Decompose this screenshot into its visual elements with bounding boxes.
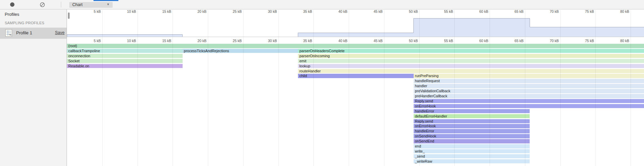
flame-bar-label: preHandlerCallback: [414, 94, 644, 98]
gridline: [384, 10, 384, 166]
flame-bar-socket[interactable]: Socket: [67, 59, 183, 63]
gridline: [419, 10, 420, 166]
gridline: [560, 10, 561, 166]
flame-bar-label: preValidationCallback: [414, 89, 644, 93]
ruler-tick-label: 15 kB: [152, 9, 171, 13]
gridline: [102, 10, 103, 166]
flame-bar--send[interactable]: _send: [414, 154, 530, 159]
flame-bar-emit[interactable]: emit: [298, 59, 644, 63]
flame-bar-prehandlercallback[interactable]: preHandlerCallback: [414, 94, 644, 98]
flame-bar-processticksandrejections[interactable]: processTicksAndRejections: [183, 49, 298, 53]
flame-bar-end[interactable]: end: [414, 144, 530, 148]
ruler-tick-label: 60 kB: [469, 39, 488, 43]
ruler-tick-label: 25 kB: [222, 9, 242, 13]
clear-all-profiles-button[interactable]: [39, 1, 46, 8]
flame-bar-reply-send[interactable]: Reply.send: [414, 99, 644, 103]
chevron-down-icon: ▼: [107, 3, 110, 6]
profile-icon-percent: %: [9, 33, 11, 36]
flame-bar-label: handleRequest: [414, 79, 644, 83]
gridline: [349, 10, 349, 166]
ruler-tick-label: 40 kB: [328, 9, 347, 13]
record-button[interactable]: [10, 2, 14, 7]
flame-bar-write-[interactable]: write_: [414, 149, 530, 154]
flame-bar-defaulterrorhandler[interactable]: defaultErrorHandler: [414, 114, 530, 119]
save-profile-link[interactable]: Save: [55, 30, 65, 35]
flame-bar-label: Reply.send: [414, 99, 644, 103]
ruler-tick-label: 30 kB: [258, 9, 277, 13]
gridline: [454, 10, 455, 166]
flame-bar-label: child: [298, 74, 414, 78]
ruler-tick-label: 50 kB: [399, 39, 418, 43]
gridline: [138, 10, 138, 166]
flame-bar-label: parserOnIncoming: [298, 54, 644, 58]
toolbar-separator: [61, 2, 61, 7]
sampling-profiles-section-label: SAMPLING PROFILES: [5, 21, 44, 25]
overview-area-path[interactable]: [67, 19, 644, 37]
flame-bar-callbacktrampoline[interactable]: callbackTrampoline: [67, 49, 183, 53]
flame-bar--writeraw[interactable]: _writeRaw: [414, 159, 530, 164]
profile-item-profile-1[interactable]: % Profile 1 Save: [0, 28, 67, 39]
flame-bar-routehandler[interactable]: routeHandler: [298, 69, 644, 73]
vertical-scrollbar-thumb[interactable]: [68, 12, 70, 19]
flame-bar-label: onErrorHook: [414, 124, 530, 128]
flame-bar-label: Reply.send: [414, 119, 530, 124]
flame-bar-label: lookup: [298, 64, 644, 68]
ruler-tick-label: 10 kB: [117, 9, 136, 13]
profiler-toolbar: Chart ▼: [0, 0, 644, 9]
ruler-tick-label: 55 kB: [433, 39, 453, 43]
flame-bar-handleerror[interactable]: handleError: [414, 129, 530, 133]
ruler-tick-label: 30 kB: [258, 39, 277, 43]
flame-bar-handler[interactable]: handler: [414, 84, 644, 88]
profiles-sidebar: Profiles SAMPLING PROFILES % Profile 1 S…: [0, 9, 67, 166]
ruler-tick-label: 40 kB: [328, 39, 347, 43]
flame-bar-label: callbackTrampoline: [67, 49, 183, 53]
flame-bar-onconnection[interactable]: onconnection: [67, 54, 183, 58]
ruler-tick-label: 5 kB: [81, 9, 101, 13]
ruler-tick-label: 75 kB: [574, 39, 594, 43]
gridline: [243, 10, 243, 166]
flame-bar-label: defaultErrorHandler: [414, 114, 530, 119]
ruler-tick-label: 75 kB: [574, 9, 594, 13]
flame-bar-prevalidationcallback[interactable]: preValidationCallback: [414, 89, 644, 93]
flame-bar-label: onSendHook: [414, 134, 530, 138]
gridline: [490, 10, 490, 166]
ruler-tick-label: 80 kB: [610, 39, 629, 43]
ruler-tick-label: 50 kB: [399, 9, 418, 13]
flame-bar-lookup[interactable]: lookup: [298, 64, 644, 68]
ruler-tick-label: 65 kB: [504, 9, 524, 13]
flame-bar-label: handleError: [414, 129, 530, 133]
view-mode-select[interactable]: Chart ▼: [69, 2, 113, 8]
flame-bar-label: handler: [414, 84, 644, 88]
flame-bar--root-[interactable]: (root): [67, 44, 644, 48]
view-mode-value: Chart: [72, 2, 83, 7]
flame-bar-child[interactable]: child: [298, 74, 414, 78]
flame-bar-label: _send: [414, 154, 530, 159]
flame-bar-label: onSendEnd: [414, 139, 530, 143]
ruler-tick-label: 70 kB: [539, 9, 559, 13]
sidebar-title: Profiles: [5, 12, 19, 17]
ruler-tick-label: 25 kB: [222, 39, 242, 43]
flame-bar-handlerequest[interactable]: handleRequest: [414, 79, 644, 83]
flame-bar-label: onErrorHook: [414, 104, 644, 108]
flame-bar-label: _writeRaw: [414, 159, 530, 164]
flame-bar-handleerror[interactable]: handleError: [414, 109, 530, 113]
flame-bar-label: processTicksAndRejections: [183, 49, 298, 53]
flame-bar-readable-on[interactable]: Readable.on: [67, 64, 183, 68]
flame-bar-label: routeHandler: [298, 69, 644, 73]
flame-bar-onsendend[interactable]: onSendEnd: [414, 139, 530, 143]
flame-bar-label: handleError: [414, 109, 530, 113]
ruler-tick-label: 10 kB: [117, 39, 136, 43]
flame-bar-reply-send[interactable]: Reply.send: [414, 119, 530, 124]
flame-bar-label: emit: [298, 59, 644, 63]
ruler-tick-label: 35 kB: [293, 9, 312, 13]
flame-bar-label: Readable.on: [67, 64, 183, 68]
flame-bar-label: runPreParsing: [414, 74, 644, 78]
flame-bar-parseronincoming[interactable]: parserOnIncoming: [298, 54, 644, 58]
flame-bar-onsendhook[interactable]: onSendHook: [414, 134, 530, 138]
flame-bar-onerrorhook[interactable]: onErrorHook: [414, 124, 530, 128]
flame-bar-onerrorhook[interactable]: onErrorHook: [414, 104, 644, 108]
flame-bar-parseronheaderscomplete[interactable]: parserOnHeadersComplete: [298, 49, 644, 53]
ruler-tick-label: 20 kB: [187, 39, 206, 43]
flame-bar-runpreparsing[interactable]: runPreParsing: [414, 74, 644, 78]
gridline: [631, 10, 631, 166]
